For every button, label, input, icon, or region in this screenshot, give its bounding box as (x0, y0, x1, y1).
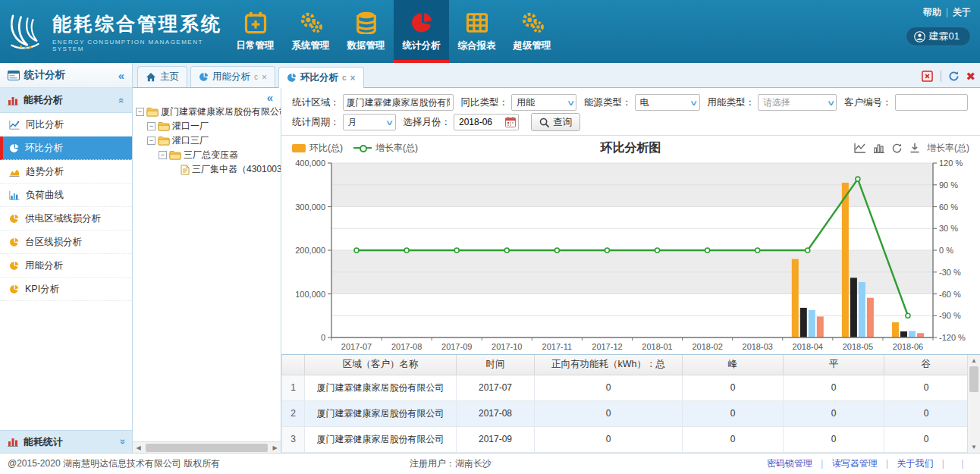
chart-plot[interactable]: 400,000300,000200,000100,0000120 %90 %60… (281, 157, 980, 354)
app-footer: @2015-2020 湖南慧明达信息技术有限公司 版权所有 注册用户：湖南长沙 … (0, 453, 980, 474)
tree-node-灌口三厂[interactable]: −灌口三厂 (136, 133, 279, 148)
scroll-up-icon[interactable]: ▲ (971, 355, 977, 366)
table-header[interactable]: 平 (784, 355, 884, 375)
refresh-tab-icon[interactable] (948, 71, 960, 82)
table-header[interactable]: 峰 (683, 355, 784, 375)
area-input[interactable] (343, 94, 454, 111)
month-label: 选择月份： (404, 116, 451, 129)
calendar-icon[interactable] (505, 117, 516, 127)
tab-主页[interactable]: 主页 (137, 66, 187, 87)
table-row[interactable]: 3厦门建霖健康家居股份有限公司2017-090000 (282, 426, 969, 452)
svg-text:2017-07: 2017-07 (341, 342, 372, 351)
tab-用能分析[interactable]: 用能分析c× (190, 66, 275, 87)
sidebar-item-用能分析[interactable]: 用能分析 (0, 254, 132, 278)
svg-text:-30 %: -30 % (939, 268, 961, 277)
user-badge[interactable]: 建霖01 (906, 27, 971, 46)
table-header[interactable]: 正向有功能耗（kWh）：总 (535, 355, 683, 375)
tree-node-三厂集中器（4301003[interactable]: 三厂集中器（4301003 (136, 162, 279, 177)
svg-text:2017-10: 2017-10 (492, 342, 522, 351)
password-lock-link[interactable]: 密码锁管理 (767, 458, 812, 469)
energy-select[interactable]: 电∨ (635, 94, 700, 111)
sidebar-item-环比分析[interactable]: 环比分析 (0, 137, 132, 160)
sidebar-item-供电区域线损分析[interactable]: 供电区域线损分析 (0, 207, 132, 231)
scrollbar-thumb[interactable] (969, 366, 978, 392)
legend-item-line[interactable]: 增长率(总) (353, 142, 418, 155)
tree-collapse-icon[interactable]: « (267, 91, 273, 104)
period-select[interactable]: 月∨ (343, 114, 396, 130)
table-header[interactable]: 区域（客户）名称 (305, 355, 457, 375)
close-all-tabs-icon[interactable] (922, 71, 933, 82)
table-row[interactable]: 1厦门建霖健康家居股份有限公司2017-070000 (282, 375, 969, 400)
toolbox-bar-chart-icon[interactable] (873, 143, 884, 153)
tree-node-三厂总变压器[interactable]: −三厂总变压器 (136, 148, 279, 162)
svg-text:2018-04: 2018-04 (793, 342, 823, 351)
svg-text:2017-12: 2017-12 (592, 342, 622, 351)
toolbox-download-icon[interactable] (909, 143, 920, 153)
data-table: 区域（客户）名称时间正向有功能耗（kWh）：总峰平谷1厦门建霖健康家居股份有限公… (281, 355, 969, 453)
tongbi-select[interactable]: 用能∨ (511, 94, 576, 111)
table-header[interactable]: 时间 (457, 355, 535, 375)
panel-icon (8, 71, 20, 80)
scroll-right-icon[interactable]: ▶ (269, 444, 281, 451)
close-tab-icon[interactable]: ✖ (966, 71, 975, 82)
sidebar-item-KPI分析[interactable]: KPI分析 (0, 278, 132, 301)
tree-expander-icon[interactable]: − (136, 108, 144, 116)
tab-refresh-icon[interactable]: c (342, 74, 347, 82)
svg-text:2018-05: 2018-05 (843, 342, 873, 351)
month-input[interactable] (459, 117, 501, 127)
filter-bar: 统计区域： 同比类型： 用能∨ 能源类型： 电∨ 用能类型： 请选择∨ 客户编号… (281, 88, 980, 136)
svg-text:2018-03: 2018-03 (743, 342, 773, 351)
toolbox-refresh-icon[interactable] (891, 143, 903, 154)
tree-horizontal-scrollbar[interactable]: ◀ ▶ (133, 441, 281, 453)
table-vertical-scrollbar[interactable]: ▲ ▼ (967, 355, 980, 453)
sidebar-item-台区线损分析[interactable]: 台区线损分析 (0, 231, 132, 254)
app-subtitle: ENERGY CONSUMPTION MANAGEMENT SYSTEM (52, 39, 228, 52)
tab-close-icon[interactable]: × (350, 73, 356, 83)
tree-expander-icon[interactable]: − (147, 137, 155, 145)
table-header[interactable]: 谷 (884, 355, 969, 375)
nav-item-数据管理[interactable]: 数据管理 (338, 0, 394, 63)
scroll-left-icon[interactable]: ◀ (133, 444, 144, 451)
nav-item-超级管理[interactable]: 超级管理 (504, 0, 560, 63)
reader-mgmt-link[interactable]: 读写器管理 (832, 458, 878, 469)
tree-expander-icon[interactable]: − (147, 122, 155, 130)
sidebar-item-同比分析[interactable]: 同比分析 (0, 113, 132, 137)
chevron-up-icon: « (116, 97, 127, 102)
nav-item-综合报表[interactable]: 综合报表 (449, 0, 504, 63)
registered-user: 注册用户：湖南长沙 (410, 457, 492, 470)
scroll-down-icon[interactable]: ▼ (971, 441, 977, 453)
help-link[interactable]: 帮助 (923, 7, 941, 17)
query-button[interactable]: 查询 (531, 113, 580, 131)
nav-item-日常管理[interactable]: 日常管理 (228, 0, 283, 63)
month-picker[interactable] (454, 114, 519, 130)
tree-node-厦门建霖健康家居股份有限公司[interactable]: −厦门建霖健康家居股份有限公司 (136, 105, 279, 119)
line-chart-icon (9, 120, 20, 130)
sidebar-item-趋势分析[interactable]: 趋势分析 (0, 160, 132, 184)
tab-环比分析[interactable]: 环比分析c× (278, 67, 364, 88)
legend-item-bar[interactable]: 环比(总) (292, 142, 343, 155)
file-icon (181, 165, 190, 175)
sidebar-section-energy-analysis[interactable]: 能耗分析 « (0, 88, 132, 113)
bar-chart-red-icon (8, 437, 18, 447)
tab-close-icon[interactable]: × (262, 72, 267, 83)
table-header[interactable] (282, 355, 305, 375)
scrollbar-thumb[interactable] (146, 444, 268, 452)
legend-line-marker (353, 147, 372, 149)
nav-item-系统管理[interactable]: 系统管理 (283, 0, 338, 63)
tree-expander-icon[interactable]: − (159, 151, 167, 159)
tab-refresh-icon[interactable]: c (254, 73, 258, 81)
svg-text:0: 0 (321, 333, 325, 342)
table-row[interactable]: 2厦门建霖健康家居股份有限公司2017-080000 (282, 400, 969, 426)
sidebar-section-energy-stats[interactable]: 能耗统计 « (0, 430, 132, 453)
about-link[interactable]: 关于 (953, 7, 971, 17)
sidebar-item-负荷曲线[interactable]: 负荷曲线 (0, 184, 132, 207)
sidebar-collapse-icon[interactable]: « (118, 69, 124, 82)
calendar-icon (244, 10, 267, 36)
about-us-link[interactable]: 关于我们 (897, 458, 933, 469)
tree-node-灌口一厂[interactable]: −灌口一厂 (136, 119, 279, 133)
nav-item-统计分析[interactable]: 统计分析 (394, 0, 449, 63)
toolbox-line-chart-icon[interactable] (854, 143, 866, 153)
customer-input[interactable] (895, 94, 968, 111)
copyright-text: @2015-2020 湖南慧明达信息技术有限公司 版权所有 (8, 457, 220, 470)
usage-select[interactable]: 请选择∨ (758, 94, 837, 111)
